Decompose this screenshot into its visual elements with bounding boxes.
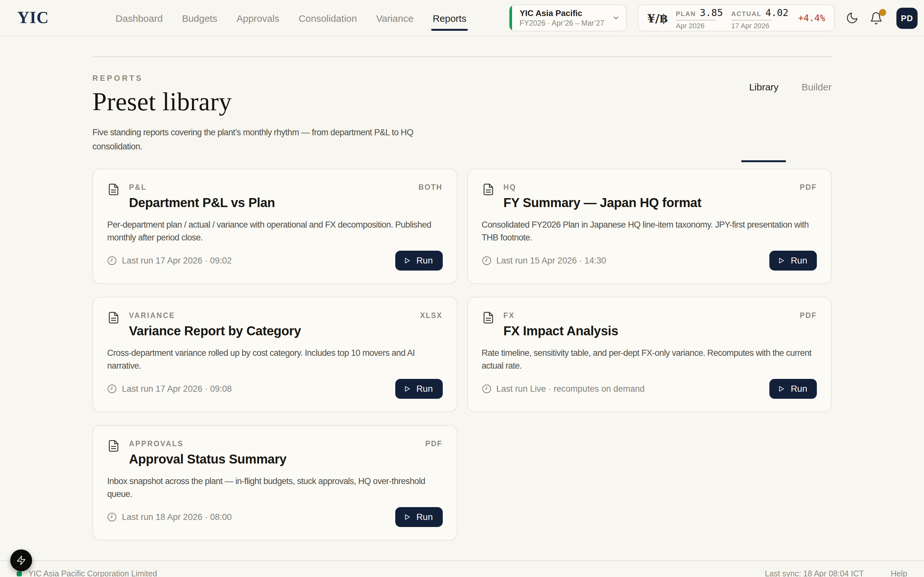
fx-plan-divider — [676, 19, 716, 20]
report-title: Department P&L vs Plan — [129, 195, 418, 210]
report-category: FX — [503, 310, 800, 319]
fx-plan-label: PLAN — [676, 10, 696, 17]
report-last-run-text: Last run Live · recomputes on demand — [496, 384, 645, 394]
report-last-run-text: Last run 17 Apr 2026 · 09:02 — [122, 256, 232, 266]
file-icon — [107, 438, 120, 453]
report-card-main: HQ FY Summary — Japan HQ format — [503, 182, 800, 210]
run-button[interactable]: Run — [395, 507, 443, 527]
report-category: VARIANCE — [129, 310, 420, 319]
report-card-footer: Last run Live · recomputes on demand Run — [481, 379, 817, 399]
report-card-footer: Last run 17 Apr 2026 · 09:08 Run — [107, 379, 443, 399]
report-format-badge: PDF — [425, 438, 443, 448]
file-icon — [481, 182, 494, 197]
footer-row: YIC Asia Pacific Corporation Limited Las… — [0, 561, 924, 577]
page-title: Preset library — [92, 87, 423, 117]
nav-item-reports[interactable]: Reports — [433, 13, 467, 23]
report-last-run-text: Last run 18 Apr 2026 · 08:00 — [122, 512, 232, 522]
view-tabs: Library Builder — [749, 81, 832, 153]
nav-item-variance[interactable]: Variance — [376, 13, 413, 23]
notifications-button[interactable] — [869, 11, 883, 25]
report-title: FX Impact Analysis — [503, 324, 800, 338]
footer-company: YIC Asia Pacific Corporation Limited — [28, 569, 157, 577]
report-description: Inbox snapshot across the plant — in-fli… — [107, 475, 443, 501]
report-last-run-text: Last run 17 Apr 2026 · 09:08 — [122, 384, 232, 394]
play-icon — [778, 385, 785, 392]
nav-item-dashboard[interactable]: Dashboard — [115, 13, 163, 23]
user-avatar[interactable]: PD — [897, 7, 918, 29]
report-description: Consolidated FY2026 Plan in Japanese HQ … — [481, 219, 817, 245]
tab-builder[interactable]: Builder — [802, 81, 832, 153]
quick-actions-fab[interactable] — [10, 550, 32, 571]
report-last-run: Last run 15 Apr 2026 · 14:30 — [481, 256, 606, 266]
nav-item-approvals[interactable]: Approvals — [236, 13, 279, 23]
report-title: FY Summary — Japan HQ format — [503, 195, 800, 210]
play-icon — [778, 257, 785, 264]
report-card-fy-summary-japan-hq-format: HQ FY Summary — Japan HQ format PDF Cons… — [467, 169, 832, 284]
report-card-head: HQ FY Summary — Japan HQ format PDF — [481, 182, 817, 210]
nav-item-budgets[interactable]: Budgets — [182, 13, 217, 23]
page-eyebrow: REPORTS — [92, 74, 423, 83]
file-icon — [107, 182, 120, 197]
report-card-variance-report-by-category: VARIANCE Variance Report by Category XLS… — [92, 297, 457, 412]
entity-selector[interactable]: YIC Asia Pacific FY2026 · Apr’26 – Mar’2… — [509, 5, 627, 31]
report-card-head: VARIANCE Variance Report by Category XLS… — [107, 310, 443, 338]
file-icon — [481, 310, 494, 325]
play-icon — [404, 513, 411, 520]
report-card-footer: Last run 17 Apr 2026 · 09:02 Run — [107, 251, 443, 271]
clock-icon — [107, 256, 117, 266]
brand-logo[interactable]: YIC — [17, 8, 49, 27]
report-format-badge: BOTH — [418, 182, 443, 191]
top-bar: YIC Dashboard Budgets Approvals Consolid… — [0, 0, 924, 37]
report-format-badge: PDF — [800, 310, 817, 319]
entity-name: YIC Asia Pacific — [519, 8, 604, 19]
run-button-label: Run — [791, 384, 807, 394]
report-description: Per-department plan / actual / variance … — [107, 219, 443, 245]
report-category: HQ — [503, 182, 800, 191]
run-button[interactable]: Run — [770, 251, 817, 271]
fx-actual-column: ACTUAL 4.02 17 Apr 2026 — [731, 7, 788, 29]
main-nav: Dashboard Budgets Approvals Consolidatio… — [115, 13, 466, 23]
clock-icon — [481, 256, 491, 266]
report-last-run: Last run 17 Apr 2026 · 09:02 — [107, 256, 232, 266]
report-card-main: APPROVALS Approval Status Summary — [129, 438, 425, 467]
app-root: YIC Dashboard Budgets Approvals Consolid… — [0, 0, 924, 577]
main-content: REPORTS Preset library Five standing rep… — [92, 56, 832, 540]
page-header-text: REPORTS Preset library Five standing rep… — [92, 57, 423, 153]
fx-plan-value: 3.85 — [700, 7, 723, 18]
page-header: REPORTS Preset library Five standing rep… — [92, 57, 832, 153]
run-button-label: Run — [791, 255, 807, 266]
reports-grid: P&L Department P&L vs Plan BOTH Per-depa… — [92, 169, 832, 540]
report-card-head: P&L Department P&L vs Plan BOTH — [107, 182, 443, 210]
report-card-head: APPROVALS Approval Status Summary PDF — [107, 438, 443, 467]
fx-rate-widget: ¥/฿ PLAN 3.85 Apr 2026 ACTUAL 4.02 17 A — [638, 5, 835, 31]
report-last-run: Last run Live · recomputes on demand — [481, 384, 645, 394]
page-subtitle: Five standing reports covering the plant… — [92, 126, 423, 153]
report-card-main: FX FX Impact Analysis — [503, 310, 800, 338]
notification-badge — [879, 9, 886, 16]
nav-item-consolidation[interactable]: Consolidation — [299, 13, 357, 23]
fx-actual-value: 4.02 — [765, 7, 788, 18]
run-button[interactable]: Run — [395, 251, 443, 271]
fx-actual-label: ACTUAL — [731, 10, 761, 17]
report-card-main: P&L Department P&L vs Plan — [129, 182, 418, 210]
report-format-badge: PDF — [800, 182, 817, 191]
report-category: APPROVALS — [129, 438, 425, 448]
report-card-approval-status-summary: APPROVALS Approval Status Summary PDF In… — [92, 425, 457, 540]
footer-company-block: YIC Asia Pacific Corporation Limited — [17, 569, 157, 577]
report-description: Cross-department variance rolled up by c… — [107, 347, 443, 373]
fx-plan-period: Apr 2026 — [676, 21, 723, 29]
report-title: Approval Status Summary — [129, 452, 425, 467]
footer-last-sync: Last sync: 18 Apr 08:04 ICT — [765, 569, 864, 577]
theme-toggle-button[interactable] — [846, 11, 859, 24]
moon-icon — [846, 11, 859, 24]
fx-actual-divider — [731, 19, 771, 20]
report-card-footer: Last run 15 Apr 2026 · 14:30 Run — [481, 251, 817, 271]
clock-icon — [107, 384, 117, 394]
tab-library[interactable]: Library — [749, 81, 779, 153]
run-button[interactable]: Run — [395, 379, 443, 399]
fx-actual-date: 17 Apr 2026 — [731, 21, 788, 29]
fx-delta: +4.4% — [798, 13, 825, 23]
report-title: Variance Report by Category — [129, 324, 420, 338]
footer-help-link[interactable]: Help — [891, 569, 907, 577]
run-button[interactable]: Run — [770, 379, 817, 399]
